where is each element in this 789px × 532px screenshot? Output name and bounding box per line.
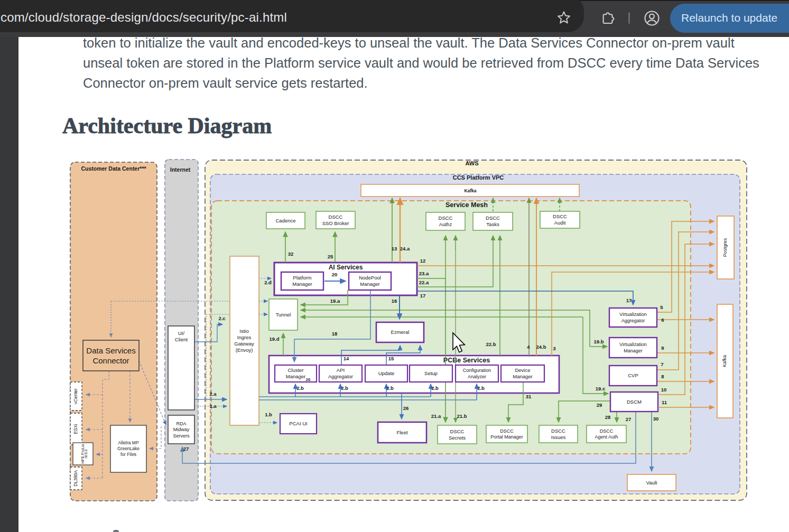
svg-text:UI/: UI/	[178, 330, 185, 336]
svg-text:Data Services: Data Services	[86, 346, 135, 355]
svg-text:3: 3	[553, 346, 555, 351]
svg-text:22.b: 22.b	[486, 341, 496, 347]
svg-text:nt 8.0: nt 8.0	[84, 449, 88, 459]
svg-text:7: 7	[661, 361, 663, 367]
svg-text:Kafka: Kafka	[464, 188, 476, 193]
svg-text:4: 4	[527, 344, 530, 350]
svg-text:2.c: 2.c	[218, 315, 225, 321]
svg-text:30: 30	[653, 416, 659, 422]
svg-text:DSCC: DSCC	[450, 428, 465, 434]
svg-text:DSCM: DSCM	[627, 399, 642, 405]
svg-text:11: 11	[662, 399, 667, 405]
svg-text:Service Mesh: Service Mesh	[445, 201, 488, 209]
svg-text:RDA: RDA	[176, 421, 186, 426]
svg-text:DSCC: DSCC	[500, 428, 514, 434]
svg-text:29: 29	[597, 402, 602, 408]
svg-text:8: 8	[661, 374, 664, 379]
svg-text:Ingres: Ingres	[237, 334, 252, 340]
svg-text:2.b: 2.b	[477, 385, 485, 391]
svg-text:Manager: Manager	[360, 281, 380, 287]
svg-text:Cadence: Cadence	[275, 218, 295, 223]
svg-text:2.d: 2.d	[264, 279, 272, 285]
svg-text:Virtualization: Virtualization	[619, 312, 646, 317]
svg-text:CCS Platform VPC: CCS Platform VPC	[453, 174, 504, 181]
svg-text:1.b: 1.b	[265, 412, 272, 417]
svg-text:21.a: 21.a	[431, 413, 441, 419]
svg-text:24.b: 24.b	[536, 344, 546, 350]
svg-text:NodePool: NodePool	[359, 275, 381, 281]
svg-text:6: 6	[661, 317, 664, 323]
svg-text:Setup: Setup	[424, 370, 438, 376]
svg-text:17: 17	[420, 293, 426, 298]
svg-text:28: 28	[605, 414, 611, 420]
svg-text:26: 26	[306, 377, 311, 382]
svg-text:Tunnel: Tunnel	[276, 312, 291, 318]
svg-text:for Files: for Files	[120, 452, 136, 457]
svg-text:DSCC: DSCC	[329, 214, 343, 220]
svg-text:(Envoy): (Envoy)	[236, 347, 253, 353]
svg-text:24.a: 24.a	[400, 246, 410, 251]
svg-text:DSCC: DSCC	[439, 215, 453, 221]
svg-text:PCAI UI: PCAI UI	[289, 421, 307, 426]
svg-text:Manager: Manager	[292, 281, 312, 287]
svg-text:10: 10	[661, 387, 667, 393]
svg-text:20: 20	[332, 272, 338, 277]
svg-text:vCenter: vCenter	[73, 388, 78, 404]
svg-text:19.b: 19.b	[593, 339, 604, 344]
svg-text:Servers: Servers	[173, 433, 190, 438]
svg-text:25: 25	[328, 254, 333, 259]
svg-text:Manager: Manager	[513, 374, 533, 379]
svg-text:Tasks: Tasks	[486, 221, 499, 227]
svg-text:Analyzer: Analyzer	[468, 374, 486, 379]
svg-text:Midway: Midway	[173, 427, 190, 432]
svg-text:23.a: 23.a	[419, 270, 429, 276]
svg-text:16: 16	[392, 298, 397, 304]
svg-text:Issues: Issues	[551, 434, 566, 440]
svg-text:2.b: 2.b	[341, 385, 348, 391]
svg-text:13: 13	[392, 246, 397, 251]
svg-text:5: 5	[660, 304, 663, 310]
svg-text:Ezmeral: Ezmeral	[391, 329, 410, 335]
svg-text:DL380A: DL380A	[73, 470, 78, 487]
svg-text:AWS: AWS	[465, 160, 478, 166]
svg-text:SSO Broker: SSO Broker	[322, 220, 349, 226]
svg-text:PCBe Services: PCBe Services	[443, 357, 490, 364]
svg-text:Fleet: Fleet	[396, 430, 407, 435]
svg-text:2.b: 2.b	[431, 385, 439, 391]
svg-text:19.c: 19.c	[596, 386, 606, 391]
svg-text:2.a: 2.a	[209, 391, 217, 397]
svg-text:Client: Client	[175, 337, 188, 342]
svg-text:2.b: 2.b	[296, 385, 304, 391]
svg-text:Postgres: Postgres	[722, 238, 728, 257]
svg-text:Platform: Platform	[293, 275, 311, 281]
svg-text:GreenLake: GreenLake	[117, 446, 140, 451]
svg-text:Update: Update	[378, 370, 395, 376]
svg-text:18: 18	[332, 331, 338, 337]
svg-text:Virtualization: Virtualization	[619, 342, 646, 347]
svg-text:DSCC: DSCC	[551, 428, 565, 434]
svg-text:DSCC: DSCC	[486, 215, 500, 221]
svg-text:Cluster: Cluster	[287, 367, 303, 373]
svg-text:Device: Device	[515, 367, 530, 373]
svg-text:9: 9	[661, 345, 664, 351]
svg-text:2.b: 2.b	[386, 385, 394, 391]
svg-text:Manager: Manager	[286, 374, 306, 379]
svg-text:DSCC: DSCC	[600, 428, 614, 434]
svg-text:Secrets: Secrets	[449, 435, 466, 441]
svg-text:Vault: Vault	[646, 480, 657, 486]
svg-text:API: API	[337, 367, 345, 373]
svg-text:26: 26	[403, 405, 409, 411]
svg-text:AI Services: AI Services	[329, 264, 363, 271]
svg-text:Configuration: Configuration	[463, 368, 491, 373]
svg-text:12: 12	[420, 258, 426, 264]
svg-text:DSCC: DSCC	[553, 213, 567, 219]
svg-text:22.a: 22.a	[419, 279, 429, 285]
svg-text:CVP: CVP	[628, 372, 638, 378]
svg-text:Istio: Istio	[239, 328, 248, 334]
svg-text:Connector: Connector	[92, 356, 129, 365]
svg-text:ESXi: ESXi	[73, 424, 78, 434]
svg-text:Agent Auth: Agent Auth	[595, 434, 618, 440]
svg-text:Gateway: Gateway	[234, 341, 254, 347]
svg-text:15: 15	[388, 356, 394, 361]
svg-text:Internet: Internet	[170, 166, 191, 173]
